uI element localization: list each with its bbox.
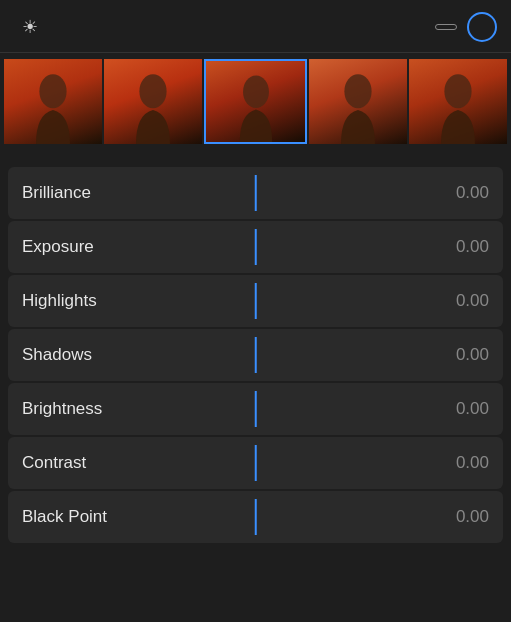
slider-label: Black Point: [22, 507, 439, 527]
slider-value: 0.00: [439, 453, 489, 473]
header-left: ☀: [14, 16, 417, 38]
filmstrip-item-active[interactable]: [204, 59, 306, 144]
slider-value: 0.00: [439, 237, 489, 257]
svg-point-1: [140, 74, 167, 108]
toggle-circle-button[interactable]: [467, 12, 497, 42]
light-panel: ☀: [0, 0, 511, 622]
slider-label: Brilliance: [22, 183, 439, 203]
svg-point-4: [444, 74, 471, 108]
slider-row[interactable]: Exposure0.00: [8, 221, 503, 273]
slider-value: 0.00: [439, 291, 489, 311]
panel-header: ☀: [0, 0, 511, 53]
slider-row[interactable]: Shadows0.00: [8, 329, 503, 381]
options-header[interactable]: [0, 155, 511, 167]
slider-value: 0.00: [439, 507, 489, 527]
slider-label: Exposure: [22, 237, 439, 257]
slider-row[interactable]: Highlights0.00: [8, 275, 503, 327]
slider-label: Highlights: [22, 291, 439, 311]
sliders-list: Brilliance0.00Exposure0.00Highlights0.00…: [0, 167, 511, 622]
slider-label: Contrast: [22, 453, 439, 473]
filmstrip-item[interactable]: [409, 59, 507, 144]
slider-row[interactable]: Brightness0.00: [8, 383, 503, 435]
filmstrip-item[interactable]: [104, 59, 202, 144]
svg-point-2: [243, 76, 269, 108]
auto-button[interactable]: [435, 24, 457, 30]
filmstrip-item[interactable]: [4, 59, 102, 144]
filmstrip: [0, 59, 511, 149]
slider-row[interactable]: Black Point0.00: [8, 491, 503, 543]
slider-value: 0.00: [439, 399, 489, 419]
slider-row[interactable]: Brilliance0.00: [8, 167, 503, 219]
svg-point-3: [344, 74, 371, 108]
filmstrip-item[interactable]: [309, 59, 407, 144]
header-controls: [425, 12, 497, 42]
slider-label: Shadows: [22, 345, 439, 365]
slider-row[interactable]: Contrast0.00: [8, 437, 503, 489]
slider-value: 0.00: [439, 183, 489, 203]
slider-label: Brightness: [22, 399, 439, 419]
svg-point-0: [39, 74, 66, 108]
sun-icon: ☀: [22, 16, 38, 38]
slider-value: 0.00: [439, 345, 489, 365]
